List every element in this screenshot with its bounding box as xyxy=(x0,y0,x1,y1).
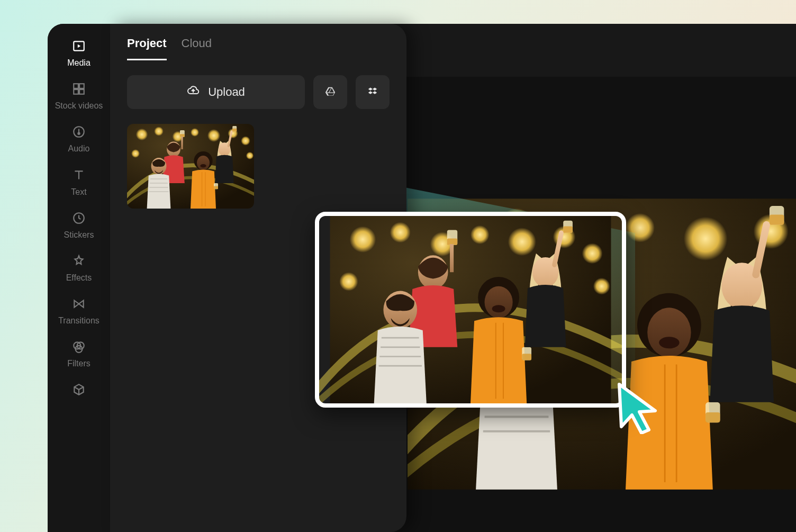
google-drive-button[interactable] xyxy=(313,75,347,109)
sidebar-item-media[interactable]: Media xyxy=(67,39,91,68)
sidebar-label: Stock videos xyxy=(55,101,103,111)
stickers-icon xyxy=(71,211,86,226)
media-thumbnail[interactable] xyxy=(127,124,254,209)
sidebar-item-text[interactable]: Text xyxy=(71,168,86,197)
svg-rect-27 xyxy=(74,89,78,94)
transitions-icon xyxy=(71,296,86,311)
cloud-upload-icon xyxy=(187,84,200,100)
tab-project[interactable]: Project xyxy=(127,37,167,60)
upload-row: Upload xyxy=(110,60,406,120)
svg-rect-25 xyxy=(74,84,78,88)
sidebar-label: Transitions xyxy=(58,315,100,326)
tab-cloud[interactable]: Cloud xyxy=(182,37,212,60)
cube-icon xyxy=(71,383,86,398)
google-drive-icon xyxy=(324,86,336,99)
sidebar-item-filters[interactable]: Filters xyxy=(67,339,91,368)
media-icon xyxy=(71,39,86,53)
filters-icon xyxy=(71,339,86,354)
sidebar-item-transitions[interactable]: Transitions xyxy=(58,296,100,326)
sidebar-nav: Media Stock videos Audio Text Stickers xyxy=(48,24,110,532)
dropbox-icon xyxy=(367,86,378,99)
svg-rect-28 xyxy=(79,89,84,94)
upload-button[interactable]: Upload xyxy=(127,75,305,109)
svg-rect-26 xyxy=(79,84,84,88)
effects-icon xyxy=(71,254,86,268)
text-icon xyxy=(71,168,86,183)
sidebar-label: Media xyxy=(67,58,91,68)
sidebar-label: Audio xyxy=(68,143,90,154)
sidebar-item-3d[interactable] xyxy=(71,383,86,402)
sidebar-item-stock-videos[interactable]: Stock videos xyxy=(55,82,103,111)
media-grid xyxy=(110,120,406,213)
sidebar-label: Text xyxy=(71,187,86,197)
audio-icon xyxy=(71,124,86,139)
preview-toolbar xyxy=(357,24,796,77)
svg-point-30 xyxy=(78,133,79,134)
drag-ghost-preview[interactable] xyxy=(315,212,626,408)
dropbox-button[interactable] xyxy=(356,75,390,109)
sidebar-item-audio[interactable]: Audio xyxy=(68,124,90,154)
sidebar-item-effects[interactable]: Effects xyxy=(66,254,92,283)
upload-label: Upload xyxy=(208,85,245,99)
sidebar-label: Filters xyxy=(67,358,91,368)
sidebar-label: Stickers xyxy=(64,230,94,240)
stock-icon xyxy=(71,82,86,96)
sidebar-label: Effects xyxy=(66,273,92,283)
panel-tabs: Project Cloud xyxy=(110,24,406,60)
sidebar-item-stickers[interactable]: Stickers xyxy=(64,211,94,240)
